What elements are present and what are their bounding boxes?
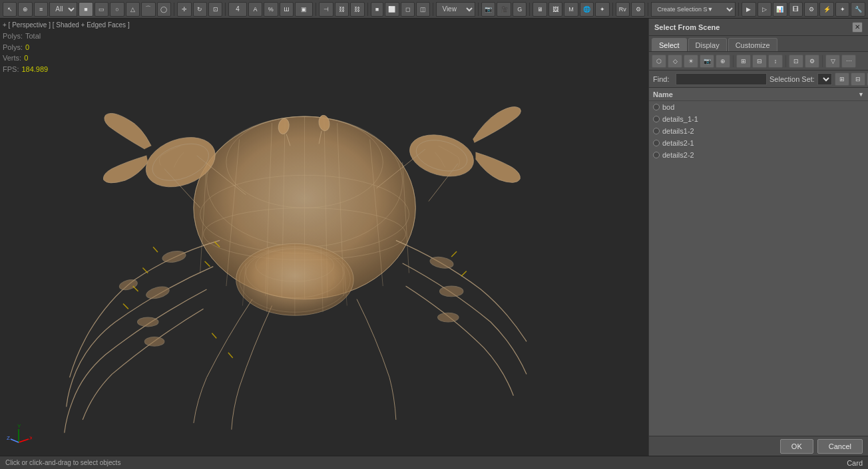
toolbar-btn-2[interactable]: ⊕	[18, 2, 32, 17]
selection-dropdown[interactable]: Create Selection S▼	[651, 2, 736, 17]
toolbar-btn-lasso[interactable]: ⌒	[141, 2, 155, 17]
toolbar-btn-misc[interactable]: ⚙	[631, 2, 645, 17]
dlg-btn-invert[interactable]: ↕	[768, 55, 783, 68]
toolbar-btn-link[interactable]: ⛓	[335, 2, 349, 17]
toolbar-btn-a[interactable]: A	[248, 2, 262, 17]
dlg-btn-lights[interactable]: ☀	[684, 55, 698, 68]
dlg-btn-geometry[interactable]: ⬡	[652, 55, 666, 68]
toolbar-btn-cam[interactable]: 📷	[481, 2, 495, 17]
toolbar-btn-extra[interactable]: ⚡	[819, 2, 833, 17]
top-toolbar: ↖ ⊕ ≡ All ■ ▭ ○ △ ⌒ ◯ ✛ ↻ ⊡ 4 A % Ш ▣ ⊣ …	[0, 0, 868, 19]
list-item[interactable]: details1-2	[649, 125, 868, 137]
list-item-radio-2	[653, 128, 660, 134]
toolbar-btn-move[interactable]: ✛	[177, 2, 191, 17]
dialog-title: Select From Scene	[654, 23, 720, 31]
list-item-name-4: details2-2	[662, 151, 694, 159]
dlg-btn-display-subsets[interactable]: ⊡	[789, 55, 803, 68]
toolbar-btn-play2[interactable]: ▷	[758, 2, 771, 17]
status-bar: Click or click-and-drag to select object…	[0, 456, 868, 469]
tab-display[interactable]: Display	[688, 38, 727, 51]
toolbar-btn-env[interactable]: 🌐	[580, 2, 594, 17]
list-item[interactable]: details2-1	[649, 137, 868, 149]
object-list[interactable]: bod details_1-1 details1-2 details2-1 de…	[649, 101, 868, 436]
toolbar-btn-ref[interactable]: Ш	[280, 2, 294, 17]
find-row: Find: Selection Set: ⊞ ⊟ ⊠ ▼	[649, 71, 868, 88]
svg-point-23	[162, 249, 186, 264]
selection-set-dropdown[interactable]	[817, 73, 832, 85]
list-item[interactable]: bod	[649, 101, 868, 113]
toolbar-btn-mat[interactable]: M	[564, 2, 578, 17]
toolbar-btn-paint[interactable]: ◯	[157, 2, 171, 17]
cancel-button[interactable]: Cancel	[817, 439, 863, 454]
toolbar-btn-g[interactable]: G	[513, 2, 527, 17]
list-item-radio-3	[653, 140, 660, 146]
dlg-btn-select-dep[interactable]: ⚙	[805, 55, 819, 68]
toolbar-btn-shaded[interactable]: ■	[371, 2, 383, 17]
sep-2	[225, 3, 226, 16]
find-btn-1[interactable]: ⊞	[835, 73, 849, 86]
dlg-btn-all[interactable]: ⊞	[736, 55, 751, 68]
dialog-close-button[interactable]: ✕	[852, 22, 863, 33]
viewport[interactable]: + [ Perspective ] [ Shaded + Edged Faces…	[0, 19, 648, 456]
toolbar-btn-select[interactable]: ■	[79, 2, 93, 17]
sep-6	[478, 3, 479, 16]
find-label: Find:	[653, 75, 673, 83]
toolbar-btn-chart[interactable]: 📊	[773, 2, 787, 17]
ok-button[interactable]: OK	[780, 439, 813, 454]
dlg-btn-filter[interactable]: ▽	[825, 55, 840, 68]
svg-line-50	[451, 251, 457, 257]
toolbar-btn-1[interactable]: ↖	[3, 2, 17, 17]
dlg-btn-none[interactable]: ⊟	[752, 55, 767, 68]
toolbar-btn-render[interactable]: 🖥	[533, 2, 546, 17]
toolbar-btn-extra3[interactable]: 🔧	[851, 2, 865, 17]
dialog-tabs: Select Display Customize	[649, 36, 868, 52]
toolbar-btn-snap[interactable]: ▣	[295, 2, 313, 17]
toolbar-btn-anim[interactable]: 🎞	[789, 2, 803, 17]
dialog-titlebar: Select From Scene ✕	[649, 19, 868, 36]
dlg-btn-cameras[interactable]: 📷	[700, 55, 714, 68]
find-btn-2[interactable]: ⊟	[851, 73, 865, 86]
toolbar-btn-scale[interactable]: ⊡	[208, 2, 222, 17]
sep-3	[316, 3, 316, 16]
toolbar-btn-rotate[interactable]: ↻	[193, 2, 207, 17]
toolbar-btn-fence[interactable]: △	[126, 2, 140, 17]
toolbar-btn-rect[interactable]: ▭	[95, 2, 108, 17]
list-item[interactable]: details_1-1	[649, 113, 868, 125]
toolbar-btn-render2[interactable]: 🖼	[548, 2, 562, 17]
svg-line-52	[212, 333, 216, 339]
toolbar-btn-circle[interactable]: ○	[110, 2, 124, 17]
toolbar-btn-iso[interactable]: ◻	[401, 2, 415, 17]
toolbar-btn-wire[interactable]: ⬜	[385, 2, 399, 17]
dlg-btn-helpers[interactable]: ⊕	[716, 55, 730, 68]
toolbar-btn-pct[interactable]: %	[264, 2, 278, 17]
toolbar-btn-mirror[interactable]: ⊣	[319, 2, 333, 17]
toolbar-btn-rig[interactable]: ⚙	[804, 2, 818, 17]
list-header: Name ▼	[649, 88, 868, 101]
toolbar-btn-layers[interactable]: ≡	[34, 2, 48, 17]
tab-select[interactable]: Select	[652, 38, 687, 51]
toolbar-btn-unlink[interactable]: ⛓	[350, 2, 364, 17]
svg-point-26	[138, 317, 158, 327]
sep-4	[367, 3, 368, 16]
dlg-btn-more[interactable]: ⋯	[841, 55, 856, 68]
list-header-sort[interactable]: ▼	[858, 91, 864, 98]
dialog-toolbar: ⬡ ◇ ☀ 📷 ⊕ ⊞ ⊟ ↕ ⊡ ⚙ ▽ ⋯	[649, 52, 868, 71]
status-text: Click or click-and-drag to select object…	[5, 459, 120, 466]
toolbar-btn-pov[interactable]: ◫	[416, 2, 430, 17]
dlg-btn-shapes[interactable]: ◇	[668, 55, 682, 68]
toolbar-btn-play[interactable]: ▶	[742, 2, 756, 17]
svg-line-49	[205, 261, 210, 267]
toolbar-num[interactable]: 4	[228, 2, 246, 17]
sep-8	[612, 3, 613, 16]
svg-line-53	[228, 353, 233, 358]
find-input[interactable]	[676, 73, 767, 85]
mode-dropdown[interactable]: All	[49, 2, 77, 17]
tab-customize[interactable]: Customize	[728, 38, 777, 51]
view-dropdown[interactable]: View	[436, 2, 475, 17]
toolbar-btn-rv[interactable]: Rv	[616, 2, 630, 17]
toolbar-btn-extra2[interactable]: ✦	[835, 2, 849, 17]
toolbar-btn-cam2[interactable]: 🎥	[497, 2, 511, 17]
svg-line-44	[153, 247, 158, 252]
list-item[interactable]: details2-2	[649, 149, 868, 161]
toolbar-btn-fx[interactable]: ✦	[595, 2, 609, 17]
